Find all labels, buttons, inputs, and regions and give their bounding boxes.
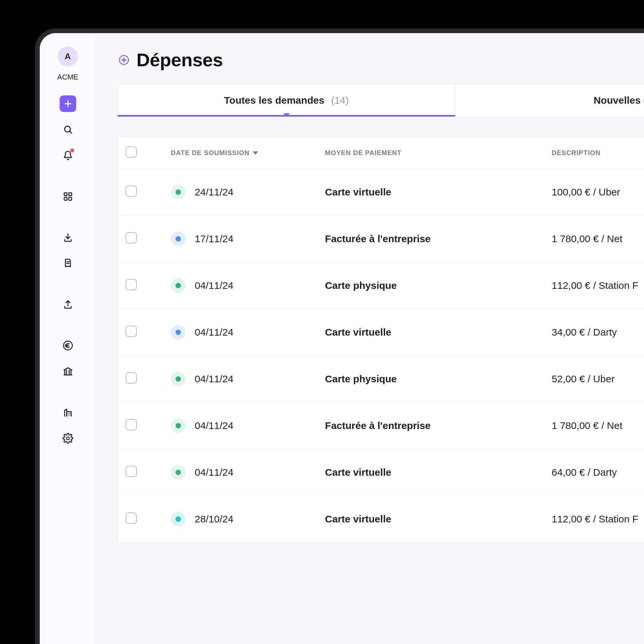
status-indicator [171, 512, 186, 526]
row-payment-method: Carte physique [317, 356, 544, 403]
row-date: 24/11/24 [195, 187, 234, 198]
row-date: 17/11/24 [195, 233, 234, 244]
status-indicator [171, 232, 186, 246]
status-indicator [171, 418, 186, 433]
plus-icon [64, 99, 72, 108]
row-date: 04/11/24 [195, 467, 234, 478]
svg-rect-1 [64, 193, 67, 196]
nav-euro[interactable] [60, 337, 76, 354]
status-indicator [171, 465, 186, 480]
org-avatar[interactable]: A [58, 46, 78, 66]
row-description: 64,00 € / Darty [544, 449, 644, 496]
nav-export[interactable] [60, 296, 76, 313]
status-dot-icon [176, 516, 181, 522]
notification-dot-icon [70, 148, 74, 152]
nav-settings[interactable] [60, 430, 76, 447]
status-indicator [171, 372, 186, 386]
nav-inbox[interactable] [60, 229, 76, 246]
row-date: 28/10/24 [195, 513, 234, 525]
nav-notifications[interactable] [60, 147, 76, 164]
org-initial: A [65, 51, 71, 62]
expenses-table: Date de soumission Moyen de paiement Des… [117, 137, 644, 543]
table-row[interactable]: 17/11/24Facturée à l'entreprise1 780,00 … [118, 216, 644, 262]
row-date: 04/11/24 [195, 280, 234, 291]
row-date: 04/11/24 [195, 327, 234, 338]
table-row[interactable]: 04/11/24Facturée à l'entreprise1 780,00 … [118, 403, 644, 449]
app: A ACME [40, 33, 644, 644]
row-date: 04/11/24 [195, 373, 234, 385]
row-description: 52,00 € / Uber [544, 356, 644, 403]
row-checkbox[interactable] [126, 326, 137, 337]
row-checkbox[interactable] [126, 232, 137, 243]
row-checkbox[interactable] [126, 372, 137, 384]
tab-new[interactable]: Nouvelles de [456, 84, 644, 117]
row-description: 34,00 € / Darty [544, 309, 644, 356]
status-indicator [171, 185, 186, 199]
row-payment-method: Carte virtuelle [317, 169, 544, 216]
row-checkbox[interactable] [126, 279, 137, 290]
row-checkbox[interactable] [126, 512, 137, 524]
table-row[interactable]: 04/11/24Carte physique52,00 € / Uber [118, 356, 644, 403]
row-checkbox[interactable] [126, 186, 137, 197]
row-payment-method: Carte virtuelle [317, 449, 544, 496]
sidebar: A ACME [40, 33, 96, 644]
euro-icon [63, 340, 73, 351]
bank-icon [63, 366, 73, 377]
col-description-label: Description [552, 149, 601, 156]
gear-icon [63, 433, 73, 444]
row-payment-method: Facturée à l'entreprise [317, 403, 544, 449]
building-icon [63, 407, 73, 417]
nav-bank[interactable] [60, 363, 76, 380]
row-description: 1 780,00 € / Net [544, 403, 644, 449]
nav-apps[interactable] [60, 188, 76, 205]
nav-receipts[interactable] [60, 255, 76, 272]
device-frame: A ACME [40, 33, 644, 644]
nav-org[interactable] [60, 404, 76, 421]
svg-rect-3 [64, 197, 67, 200]
status-indicator [171, 325, 186, 340]
nav-search[interactable] [60, 121, 76, 138]
row-payment-method: Carte virtuelle [317, 496, 544, 543]
row-checkbox[interactable] [126, 419, 137, 430]
col-payment-header[interactable]: Moyen de paiement [317, 137, 544, 169]
status-dot-icon [176, 423, 181, 428]
col-date-header[interactable]: Date de soumission [171, 149, 309, 157]
row-payment-method: Facturée à l'entreprise [317, 216, 544, 262]
status-dot-icon [176, 189, 181, 195]
row-checkbox[interactable] [126, 466, 137, 477]
download-icon [63, 233, 73, 242]
page-title: Dépenses [136, 49, 223, 71]
row-description: 1 780,00 € / Net [544, 216, 644, 262]
main: Dépenses Toutes les demandes (14) Nouvel… [96, 33, 644, 644]
select-all-checkbox[interactable] [126, 146, 137, 158]
col-date-label: Date de soumission [171, 149, 250, 157]
status-indicator [171, 278, 186, 293]
expenses-header-icon [117, 53, 131, 67]
table-row[interactable]: 04/11/24Carte physique112,00 € / Station… [118, 262, 644, 309]
table-row[interactable]: 04/11/24Carte virtuelle64,00 € / Darty [118, 449, 644, 496]
row-payment-method: Carte virtuelle [317, 309, 544, 356]
tab-all-requests[interactable]: Toutes les demandes (14) [118, 84, 456, 117]
row-payment-method: Carte physique [317, 262, 544, 309]
status-dot-icon [176, 330, 181, 335]
svg-rect-2 [69, 193, 72, 196]
col-payment-label: Moyen de paiement [325, 149, 402, 156]
svg-point-6 [66, 437, 69, 440]
row-description: 112,00 € / Station F [544, 496, 644, 543]
tab-count: (14) [331, 95, 349, 106]
table-row[interactable]: 04/11/24Carte virtuelle34,00 € / Darty [118, 309, 644, 356]
row-description: 100,00 € / Uber [544, 169, 644, 216]
svg-rect-4 [69, 197, 72, 200]
tab-label: Nouvelles de [594, 95, 644, 106]
grid-icon [63, 191, 73, 201]
table-row[interactable]: 24/11/24Carte virtuelle100,00 € / Uber [118, 169, 644, 216]
org-name: ACME [57, 73, 79, 81]
search-icon [63, 125, 73, 134]
tab-label: Toutes les demandes [224, 95, 324, 106]
nav-add[interactable] [60, 95, 76, 112]
col-description-header[interactable]: Description [544, 137, 644, 169]
table-row[interactable]: 28/10/24Carte virtuelle112,00 € / Statio… [118, 496, 644, 543]
row-date: 04/11/24 [195, 420, 234, 431]
status-dot-icon [176, 236, 181, 241]
page-header: Dépenses [117, 49, 644, 71]
